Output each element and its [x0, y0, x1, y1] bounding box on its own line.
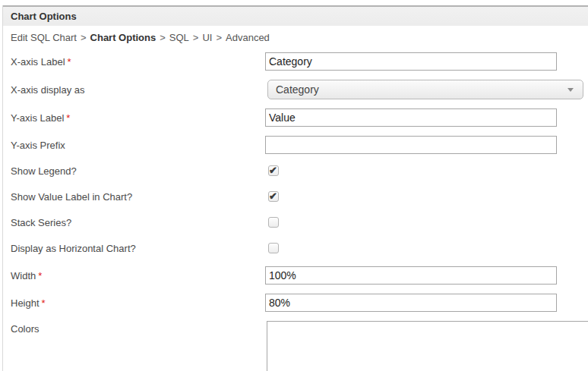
- form-row-width: Width*: [11, 266, 588, 285]
- y-axis-label-input[interactable]: [265, 108, 557, 127]
- field-label: X-axis display as: [11, 84, 265, 96]
- breadcrumb-item-advanced[interactable]: Advanced: [226, 32, 270, 43]
- field-label: Show Value Label in Chart?: [11, 191, 265, 203]
- required-marker: *: [68, 56, 71, 68]
- width-input[interactable]: [265, 266, 557, 285]
- breadcrumb-separator: >: [193, 32, 199, 43]
- field-label: Y-axis Label*: [11, 112, 265, 124]
- field-label: Show Legend?: [11, 165, 265, 177]
- form-row-show-legend: Show Legend?: [11, 163, 588, 178]
- field-label: Stack Series?: [11, 217, 265, 228]
- x-axis-display-as-select-wrap: Category: [267, 80, 583, 99]
- form-row-show-value-label: Show Value Label in Chart?: [11, 189, 588, 204]
- form-row-stack-series: Stack Series?: [11, 215, 588, 230]
- y-axis-prefix-input[interactable]: [265, 136, 557, 154]
- field-label: Display as Horizontal Chart?: [11, 243, 265, 254]
- height-input[interactable]: [265, 294, 557, 312]
- form-row-x-axis-display-as: X-axis display as Category: [11, 80, 588, 99]
- form-row-height: Height*: [11, 294, 588, 312]
- horizontal-chart-checkbox[interactable]: [268, 243, 279, 253]
- breadcrumb-item-chart-options[interactable]: Chart Options: [90, 32, 156, 43]
- chart-options-panel: Chart Options Edit SQL Chart>Chart Optio…: [2, 5, 588, 371]
- breadcrumb-separator: >: [160, 32, 166, 43]
- form-row-y-axis-prefix: Y-axis Prefix: [11, 136, 588, 154]
- field-label: Colors: [11, 321, 265, 335]
- stack-series-checkbox[interactable]: [268, 217, 279, 228]
- form-row-colors: Colors: [11, 321, 588, 371]
- breadcrumb-item-sql[interactable]: SQL: [169, 32, 189, 43]
- field-label: Width*: [11, 270, 265, 281]
- panel-header: Chart Options: [3, 5, 588, 26]
- breadcrumb-item-ui[interactable]: UI: [202, 32, 212, 43]
- breadcrumb: Edit SQL Chart>Chart Options>SQL>UI>Adva…: [3, 26, 588, 52]
- x-axis-display-as-select[interactable]: Category: [267, 80, 583, 99]
- breadcrumb-item-edit-sql-chart[interactable]: Edit SQL Chart: [11, 32, 77, 43]
- form-row-horizontal-chart: Display as Horizontal Chart?: [11, 241, 588, 256]
- field-label: Y-axis Prefix: [11, 140, 265, 151]
- breadcrumb-separator: >: [216, 32, 222, 43]
- show-value-label-checkbox[interactable]: [268, 191, 279, 202]
- field-label: Height*: [11, 297, 265, 309]
- colors-textarea[interactable]: [267, 321, 588, 371]
- breadcrumb-separator: >: [81, 32, 87, 43]
- show-legend-checkbox[interactable]: [268, 165, 279, 176]
- required-marker: *: [42, 297, 46, 309]
- required-marker: *: [38, 270, 42, 281]
- page-title: Chart Options: [11, 11, 77, 22]
- form-row-x-axis-label: X-axis Label*: [11, 52, 588, 71]
- chart-options-form: X-axis Label* X-axis display as Category…: [3, 52, 588, 371]
- required-marker: *: [66, 112, 70, 124]
- form-row-y-axis-label: Y-axis Label*: [11, 108, 588, 127]
- field-label: X-axis Label*: [11, 56, 265, 68]
- x-axis-label-input[interactable]: [265, 52, 557, 71]
